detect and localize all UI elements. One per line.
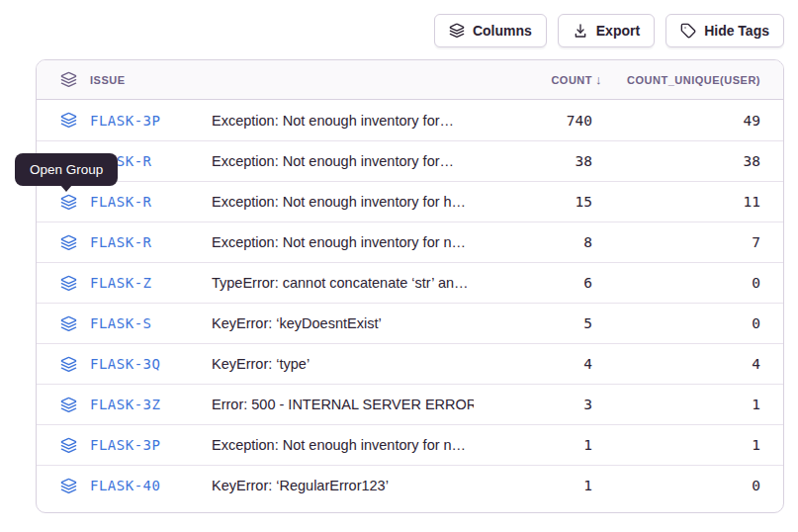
download-icon (573, 23, 588, 39)
issue-title: Exception: Not enough inventory for… (212, 153, 474, 169)
export-button[interactable]: Export (558, 14, 655, 47)
count-value: 4 (474, 356, 592, 372)
count-unique-value: 0 (592, 275, 783, 291)
columns-button-label: Columns (473, 23, 532, 39)
count-value: 8 (474, 234, 592, 250)
count-unique-value: 1 (592, 397, 783, 412)
issue-cell: FLASK-R (37, 234, 212, 251)
table-header-row: ISSUE COUNT ↓ COUNT_UNIQUE(USER) (37, 60, 783, 100)
hide-tags-button-label: Hide Tags (704, 23, 769, 39)
open-group-icon[interactable] (60, 234, 77, 251)
issue-link[interactable]: FLASK-3P (90, 113, 160, 129)
issue-title: Exception: Not enough inventory for h… (212, 194, 474, 210)
column-header-count-unique[interactable]: COUNT_UNIQUE(USER) (592, 74, 783, 86)
table-row: FLASK-3Q KeyError: ‘type’ 4 4 (37, 343, 783, 384)
open-group-tooltip: Open Group (15, 153, 118, 186)
issue-title: KeyError: ‘type’ (212, 356, 474, 372)
count-value: 38 (474, 153, 592, 169)
open-group-icon[interactable] (60, 478, 77, 494)
layers-icon (60, 71, 77, 88)
count-unique-value: 38 (592, 153, 783, 169)
table-toolbar: Columns Export Hide Tags (434, 14, 784, 47)
count-unique-value: 49 (592, 113, 783, 129)
open-group-icon[interactable] (60, 275, 77, 292)
open-group-icon[interactable] (60, 397, 77, 413)
issue-title: KeyError: ‘RegularError123’ (212, 478, 474, 493)
results-table: ISSUE COUNT ↓ COUNT_UNIQUE(USER) FLASK-3… (36, 59, 784, 513)
table-row: FLASK-40 KeyError: ‘RegularError123’ 1 0 (37, 465, 783, 505)
issue-cell: FLASK-3Z (37, 397, 212, 413)
issue-link[interactable]: FLASK-R (90, 234, 152, 250)
issue-title: Error: 500 - INTERNAL SERVER ERROR (212, 397, 474, 412)
column-header-count[interactable]: COUNT ↓ (474, 72, 592, 87)
issue-title: Exception: Not enough inventory for n… (212, 234, 474, 250)
count-value: 5 (474, 315, 592, 331)
issue-link[interactable]: FLASK-Z (90, 275, 152, 291)
export-button-label: Export (596, 23, 640, 39)
count-value: 740 (474, 113, 592, 129)
table-row: FLASK-R Exception: Not enough inventory … (37, 140, 783, 181)
issue-link[interactable]: FLASK-R (90, 194, 152, 210)
layers-icon (449, 23, 465, 39)
issue-link[interactable]: FLASK-3Z (90, 397, 160, 412)
table-row: FLASK-S KeyError: ‘keyDoesntExist’ 5 0 (37, 303, 783, 343)
open-group-icon[interactable] (60, 437, 77, 454)
count-value: 1 (474, 478, 592, 493)
issue-column-label: ISSUE (90, 74, 126, 86)
table-row: FLASK-3P Exception: Not enough inventory… (37, 424, 783, 465)
issue-cell: FLASK-3Q (37, 356, 212, 373)
issue-title: KeyError: ‘keyDoesntExist’ (212, 315, 474, 331)
count-unique-value: 0 (592, 315, 783, 331)
open-group-icon[interactable] (60, 315, 77, 332)
table-row: FLASK-3P Exception: Not enough inventory… (37, 100, 783, 140)
table-body: FLASK-3P Exception: Not enough inventory… (37, 100, 783, 505)
count-unique-value: 7 (592, 234, 783, 250)
count-column-label: COUNT (551, 74, 592, 86)
columns-button[interactable]: Columns (434, 14, 547, 47)
count-unique-column-label: COUNT_UNIQUE(USER) (627, 74, 760, 86)
issue-title: Exception: Not enough inventory for… (212, 113, 474, 129)
count-unique-value: 0 (592, 478, 783, 493)
issue-cell: FLASK-Z (37, 275, 212, 292)
issue-cell: FLASK-3P (37, 437, 212, 454)
issue-link[interactable]: FLASK-40 (90, 478, 160, 493)
column-header-issue[interactable]: ISSUE (37, 71, 212, 88)
count-value: 6 (474, 275, 592, 291)
issue-title: Exception: Not enough inventory for n… (212, 437, 474, 453)
issue-link[interactable]: FLASK-3Q (90, 356, 160, 372)
issue-link[interactable]: FLASK-3P (90, 437, 160, 453)
count-unique-value: 1 (592, 437, 783, 453)
hide-tags-button[interactable]: Hide Tags (665, 14, 784, 47)
open-group-icon[interactable] (60, 194, 77, 211)
table-row: FLASK-Z TypeError: cannot concatenate ‘s… (37, 262, 783, 303)
tooltip-arrow (60, 185, 72, 192)
count-unique-value: 4 (592, 356, 783, 372)
issue-link[interactable]: FLASK-S (90, 315, 152, 331)
open-group-icon[interactable] (60, 112, 77, 129)
table-row: FLASK-3Z Error: 500 - INTERNAL SERVER ER… (37, 384, 783, 424)
count-unique-value: 11 (592, 194, 783, 210)
issue-title: TypeError: cannot concatenate ‘str’ an… (212, 275, 474, 291)
tooltip-text: Open Group (30, 162, 103, 177)
count-value: 1 (474, 437, 592, 453)
issue-cell: FLASK-3P (37, 112, 212, 129)
count-value: 15 (474, 194, 592, 210)
issue-cell: FLASK-R (37, 194, 212, 211)
tag-icon (680, 23, 696, 39)
open-group-icon[interactable] (60, 356, 77, 373)
issue-cell: FLASK-S (37, 315, 212, 332)
table-row: FLASK-R Exception: Not enough inventory … (37, 181, 783, 222)
table-row: FLASK-R Exception: Not enough inventory … (37, 222, 783, 262)
count-value: 3 (474, 397, 592, 412)
issue-cell: FLASK-40 (37, 478, 212, 494)
